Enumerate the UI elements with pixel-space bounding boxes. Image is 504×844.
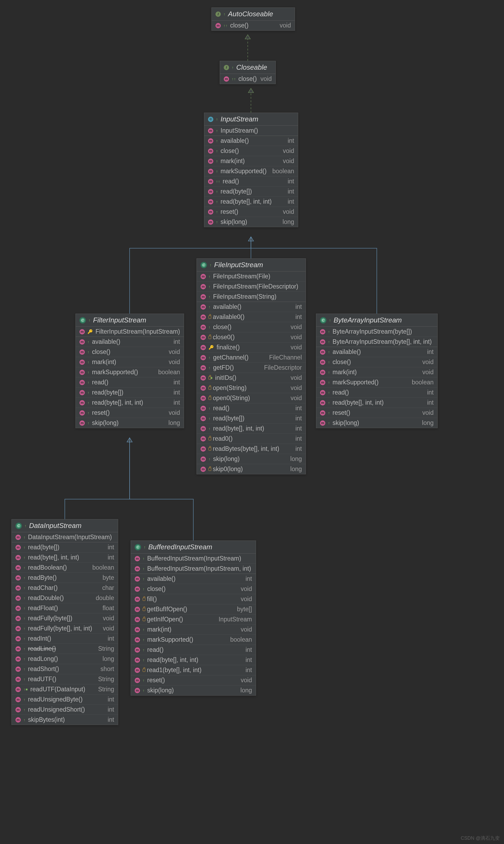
uml-method-row: mskip0(long)long	[197, 464, 306, 474]
method-icon: m	[200, 335, 206, 340]
uml-method-row: m↑getChannel()FileChannel	[197, 352, 306, 362]
uml-method-row: mread1(byte[], int, int)int	[131, 665, 256, 675]
method-icon: m	[16, 687, 21, 692]
method-icon: m	[135, 627, 140, 632]
method-icon: m	[200, 325, 206, 330]
uml-method-row: m↑reset()void	[316, 408, 437, 418]
lock-icon	[209, 468, 211, 471]
uml-method-row: m↑↑close()void	[212, 20, 295, 31]
uml-method-row: m↑↑read()int	[204, 176, 298, 186]
method-icon: m	[208, 179, 213, 184]
method-icon: m	[79, 339, 85, 345]
method-icon: m	[200, 416, 206, 421]
class-name-label: Closeable	[236, 63, 267, 71]
uml-constructor-row: m🔑FilterInputStream(InputStream)	[76, 327, 184, 337]
method-icon: m	[135, 678, 140, 683]
arrowhead-icon	[245, 35, 250, 39]
method-icon: m	[135, 586, 140, 592]
method-icon: m	[16, 717, 21, 723]
uml-method-row: m↑readDouble()double	[12, 593, 118, 603]
uml-method-row: m↑markSupported()boolean	[316, 377, 437, 387]
uml-class-Closeable: I↑ Closeablem↑↑close()void	[220, 61, 276, 84]
uml-method-row: m↑skip(long)long	[131, 685, 256, 695]
uml-method-row: mreadBytes(byte[], int, int)int	[197, 444, 306, 454]
connector-BufferedInputStream-to-FilterInputStream	[130, 438, 193, 540]
method-icon: m	[79, 329, 85, 334]
connector-DataInputStream-to-FilterInputStream	[65, 438, 130, 519]
uml-method-row: m↑readBoolean()boolean	[12, 563, 118, 572]
uml-method-row: mfill()void	[131, 594, 256, 604]
method-icon: m	[79, 420, 85, 426]
uml-method-row: m↑close()void	[131, 584, 256, 594]
method-icon: m	[16, 646, 21, 652]
class-name-label: DataInputStream	[29, 521, 82, 530]
method-icon: m	[79, 380, 85, 385]
uml-method-row: mavailable0()int	[197, 312, 306, 322]
uml-method-row: m↑mark(int)void	[316, 367, 437, 377]
method-icon: m	[16, 626, 21, 631]
uml-method-row: m↑reset()void	[131, 675, 256, 685]
uml-method-row: m↑read(byte[])int	[197, 413, 306, 423]
uml-class-FilterInputStream: C↑ FilterInputStreamm🔑FilterInputStream(…	[75, 314, 184, 428]
method-icon: m	[16, 545, 21, 550]
uml-method-row: m↑mark(int)void	[204, 156, 298, 166]
method-icon: m	[79, 370, 85, 375]
class-title: C↑ DataInputStream	[12, 519, 118, 532]
uml-constructor-row: m↑ByteArrayInputStream(byte[])	[316, 327, 437, 337]
method-icon: m	[16, 616, 21, 621]
uml-method-row: m↑getFD()FileDescriptor	[197, 362, 306, 373]
class-title: C↑ FileInputStream	[197, 259, 306, 272]
method-icon: m	[16, 636, 21, 641]
class-name-label: BufferedInputStream	[148, 543, 212, 551]
uml-method-row: m↑close()void	[197, 322, 306, 332]
method-icon: m	[320, 420, 325, 426]
method-icon: m	[200, 457, 206, 462]
class-name-label: InputStream	[220, 115, 258, 123]
method-icon: m	[208, 149, 213, 154]
uml-method-row: m↑■readUTF(DataInput)String	[12, 684, 118, 694]
uml-method-row: m↑read()int	[197, 403, 306, 413]
uml-method-row: mread0()int	[197, 433, 306, 444]
uml-class-AutoCloseable: I↑ AutoCloseablem↑↑close()void	[212, 7, 295, 31]
uml-method-row: m↑read(byte[], int, int)int	[197, 423, 306, 433]
uml-method-row: m↑mark(int)void	[76, 357, 184, 367]
method-icon: m	[320, 360, 325, 365]
method-icon: m	[135, 688, 140, 693]
lock-icon	[209, 376, 211, 380]
method-icon: m	[320, 390, 325, 395]
uml-constructor-row: m↑ByteArrayInputStream(byte[], int, int)	[316, 337, 437, 347]
uml-method-row: m↑↑close()void	[220, 74, 275, 84]
uml-method-row: m↑skip(long)long	[316, 418, 437, 428]
method-icon: m	[200, 467, 206, 472]
method-icon: m	[135, 668, 140, 673]
uml-method-row: m↑readByte()byte	[12, 572, 118, 583]
uml-method-row: m↑read()int	[76, 377, 184, 387]
method-icon: m	[16, 707, 21, 712]
uml-constructor-row: m↑FileInputStream(File)	[197, 272, 306, 281]
method-icon: m	[79, 400, 85, 406]
uml-constructor-row: m↑FileInputStream(FileDescriptor)	[197, 281, 306, 292]
method-icon: m	[320, 410, 325, 416]
class-name-label: ByteArrayInputStream	[334, 316, 402, 324]
method-icon: m	[208, 209, 213, 214]
method-icon: m	[215, 23, 221, 28]
method-icon: m	[16, 555, 21, 560]
uml-method-row: m↑markSupported()boolean	[204, 166, 298, 176]
uml-method-row: m↑read(byte[], int, int)int	[131, 655, 256, 665]
uml-method-row: mgetInIfOpen()InputStream	[131, 614, 256, 624]
method-icon: m	[320, 349, 325, 355]
uml-method-row: m■initIDs()void	[197, 373, 306, 383]
lock-icon	[209, 447, 211, 451]
uml-method-row: m↑read(byte[])int	[204, 186, 298, 196]
method-icon: m	[16, 667, 21, 672]
method-icon: m	[135, 566, 140, 571]
method-icon: m	[135, 597, 140, 602]
method-icon: m	[16, 575, 21, 581]
method-icon: m	[16, 656, 21, 662]
uml-method-row: m↑mark(int)void	[131, 624, 256, 635]
method-icon: m	[79, 410, 85, 416]
method-icon: m	[200, 314, 206, 320]
uml-method-row: m↑readUnsignedByte()int	[12, 694, 118, 704]
method-icon: m	[320, 339, 325, 345]
method-icon: m	[200, 345, 206, 350]
